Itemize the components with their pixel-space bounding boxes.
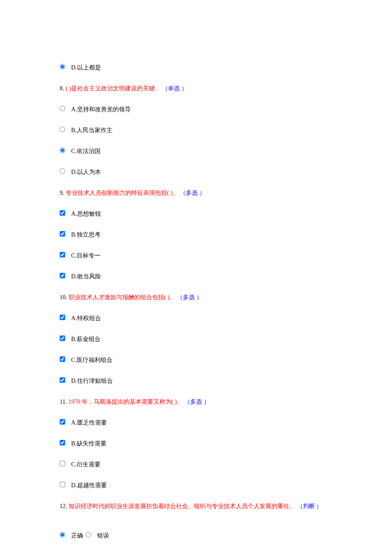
option-text: 目标专一 xyxy=(77,252,101,259)
option-text: 敢当风险 xyxy=(77,273,101,280)
option-row: 错误 xyxy=(86,531,109,540)
option-letter: A. xyxy=(71,106,77,113)
option-checkbox[interactable] xyxy=(60,252,65,257)
option-checkbox[interactable] xyxy=(60,231,65,237)
question-block: 10. 职业技术人才激励与报酬的组合包括( )。 （多选 ）A.特权组合B.薪金… xyxy=(60,293,332,385)
question-block: D.以上都是 xyxy=(60,63,332,72)
option-text: 坚持和改善党的领导 xyxy=(77,106,131,113)
question-type-label: （多选 ） xyxy=(180,190,205,196)
question-number: 11. xyxy=(60,399,68,405)
question-number: 10. xyxy=(60,294,69,301)
option-checkbox[interactable] xyxy=(60,461,65,466)
question-number: 12. xyxy=(60,503,69,509)
option-label: B.缺失性需要 xyxy=(71,439,107,448)
option-text: 薪金组合 xyxy=(77,336,101,342)
option-text: 缺失性需要 xyxy=(77,440,107,447)
option-label: A.特权组合 xyxy=(71,314,101,323)
option-letter: D. xyxy=(71,273,77,280)
option-row: D.以上都是 xyxy=(60,63,332,72)
option-radio[interactable] xyxy=(60,532,65,538)
question-number: 8. xyxy=(60,85,66,92)
option-text: 衍生需要 xyxy=(77,461,101,468)
inline-options-group: 正确错误 xyxy=(60,519,332,552)
question-prompt: 11. 1970 年，马斯洛提出的基本需要又称为( )。 （多选 ） xyxy=(60,397,332,406)
question-type-label: （多选 ） xyxy=(177,294,202,301)
option-row: B.人民当家作主 xyxy=(60,126,332,135)
option-row: C.衍生需要 xyxy=(60,460,332,469)
question-text: 专业技术人员创新能力的特征表现包括( )。 xyxy=(66,190,179,196)
option-label: D.敢当风险 xyxy=(71,272,101,281)
option-row: 正确 xyxy=(60,531,83,540)
option-checkbox[interactable] xyxy=(60,335,65,341)
option-row: C.依法治国 xyxy=(60,147,332,156)
option-row: C.目标专一 xyxy=(60,251,332,260)
option-letter: C. xyxy=(71,357,77,363)
question-text: 知识经济时代的职业生涯发展担负着结合社会、组织与专业技术人员个人发展的重任。 xyxy=(69,503,295,509)
option-text: 住行津贴组合 xyxy=(77,378,113,384)
option-row: D.超越性需要 xyxy=(60,481,332,490)
option-checkbox[interactable] xyxy=(60,210,65,216)
option-letter: C. xyxy=(71,461,77,468)
option-radio[interactable] xyxy=(86,532,91,538)
option-text: 医疗福利组合 xyxy=(77,357,112,363)
option-radio[interactable] xyxy=(60,127,65,132)
option-text: 以人为本 xyxy=(77,169,101,175)
question-prompt: 10. 职业技术人才激励与报酬的组合包括( )。 （多选 ） xyxy=(60,293,332,302)
option-label: B.独立思考 xyxy=(71,230,101,239)
option-label: D.住行津贴组合 xyxy=(71,376,113,385)
question-text: ( )是社会主义政治文明建设的关键。 xyxy=(66,85,161,92)
option-text: 正确 xyxy=(71,532,83,539)
option-letter: B. xyxy=(71,127,77,133)
question-prompt: 9. 专业技术人员创新能力的特征表现包括( )。 （多选 ） xyxy=(60,188,332,197)
question-number: 9. xyxy=(60,190,66,196)
option-letter: B. xyxy=(71,336,77,342)
question-block: 8. ( )是社会主义政治文明建设的关键。 （单选 ）A.坚持和改善党的领导B.… xyxy=(60,84,332,176)
option-letter: B. xyxy=(71,440,77,447)
option-checkbox[interactable] xyxy=(60,273,65,278)
option-text: 以上都是 xyxy=(77,64,101,71)
question-text: 职业技术人才激励与报酬的组合包括( )。 xyxy=(69,294,176,301)
question-block: 12. 知识经济时代的职业生涯发展担负着结合社会、组织与专业技术人员个人发展的重… xyxy=(60,502,332,552)
option-letter: D. xyxy=(71,169,77,175)
option-row: B.薪金组合 xyxy=(60,335,332,344)
option-letter: B. xyxy=(71,231,77,238)
option-row: A.匮乏性需要 xyxy=(60,418,332,427)
option-checkbox[interactable] xyxy=(60,377,65,383)
option-checkbox[interactable] xyxy=(60,315,65,320)
option-letter: D. xyxy=(71,482,77,489)
option-label: C.衍生需要 xyxy=(71,460,101,469)
option-text: 匮乏性需要 xyxy=(77,419,107,426)
option-radio[interactable] xyxy=(60,106,65,111)
option-checkbox[interactable] xyxy=(60,482,65,487)
option-row: D.住行津贴组合 xyxy=(60,376,332,385)
option-text: 独立思考 xyxy=(77,231,101,238)
option-row: B.独立思考 xyxy=(60,230,332,239)
quiz-container: D.以上都是8. ( )是社会主义政治文明建设的关键。 （单选 ）A.坚持和改善… xyxy=(60,63,332,552)
question-prompt: 8. ( )是社会主义政治文明建设的关键。 （单选 ） xyxy=(60,84,332,93)
option-label: A.思想敏锐 xyxy=(71,209,101,218)
option-letter: C. xyxy=(71,252,77,259)
option-row: C.医疗福利组合 xyxy=(60,356,332,364)
option-text: 人民当家作主 xyxy=(77,127,112,133)
option-radio[interactable] xyxy=(60,64,65,69)
option-checkbox[interactable] xyxy=(60,440,65,445)
question-text: 1970 年，马斯洛提出的基本需要又称为( )。 xyxy=(68,399,182,405)
option-row: A.思想敏锐 xyxy=(60,209,332,218)
option-label: C.医疗福利组合 xyxy=(71,356,112,364)
option-row: D.以人为本 xyxy=(60,168,332,176)
option-letter: A. xyxy=(71,419,77,426)
option-checkbox[interactable] xyxy=(60,419,65,425)
option-radio[interactable] xyxy=(60,147,65,153)
question-type-label: （判断 ） xyxy=(297,503,323,509)
option-row: A.特权组合 xyxy=(60,314,332,323)
option-label: C.目标专一 xyxy=(71,251,101,260)
option-text: 思想敏锐 xyxy=(77,211,101,217)
option-text: 错误 xyxy=(97,532,109,539)
option-checkbox[interactable] xyxy=(60,356,65,362)
option-letter: C. xyxy=(71,148,77,154)
question-type-label: （多选 ） xyxy=(184,399,210,405)
option-row: A.坚持和改善党的领导 xyxy=(60,105,332,114)
option-radio[interactable] xyxy=(60,168,65,174)
option-label: D.以上都是 xyxy=(71,63,101,72)
option-label: B.人民当家作主 xyxy=(71,126,112,135)
